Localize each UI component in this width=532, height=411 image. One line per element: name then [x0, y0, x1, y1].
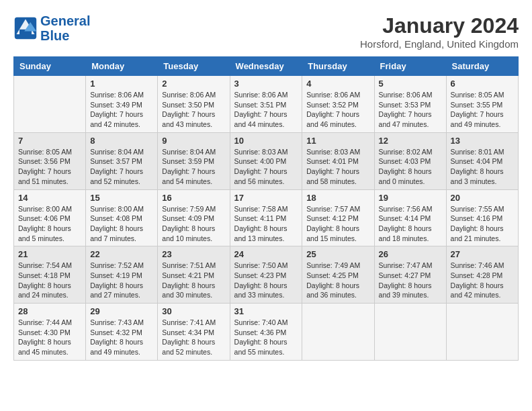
day-number: 17 [234, 193, 298, 203]
day-header-thursday: Thursday [302, 57, 374, 76]
calendar-subtitle: Horsford, England, United Kingdom [360, 38, 519, 50]
logo: General Blue [13, 13, 90, 43]
day-number: 29 [90, 306, 153, 316]
day-info: Sunrise: 7:59 AMSunset: 4:09 PMDaylight:… [162, 204, 225, 244]
day-info: Sunrise: 8:04 AMSunset: 3:57 PMDaylight:… [90, 147, 153, 187]
day-header-friday: Friday [374, 57, 446, 76]
page-header: General Blue January 2024 Horsford, Engl… [13, 13, 519, 50]
day-info: Sunrise: 7:49 AMSunset: 4:25 PMDaylight:… [306, 261, 369, 300]
day-number: 3 [234, 79, 298, 89]
day-number: 4 [306, 79, 369, 89]
day-info: Sunrise: 8:00 AMSunset: 4:08 PMDaylight:… [90, 204, 153, 244]
day-number: 1 [90, 79, 153, 89]
day-number: 16 [162, 193, 225, 203]
calendar-week-row: 1Sunrise: 8:06 AMSunset: 3:49 PMDaylight… [14, 76, 519, 133]
calendar-cell: 29Sunrise: 7:43 AMSunset: 4:32 PMDayligh… [86, 304, 158, 361]
day-number: 11 [306, 136, 369, 146]
day-number: 10 [234, 136, 298, 146]
day-number: 27 [451, 249, 514, 259]
day-info: Sunrise: 7:44 AMSunset: 4:30 PMDaylight:… [18, 318, 81, 357]
calendar-cell: 3Sunrise: 8:06 AMSunset: 3:51 PMDaylight… [230, 76, 302, 133]
calendar-cell: 15Sunrise: 8:00 AMSunset: 4:08 PMDayligh… [86, 189, 158, 246]
day-info: Sunrise: 7:50 AMSunset: 4:23 PMDaylight:… [234, 261, 298, 300]
calendar-cell [14, 76, 86, 133]
day-number: 9 [162, 136, 225, 146]
calendar-cell: 20Sunrise: 7:55 AMSunset: 4:16 PMDayligh… [446, 189, 518, 246]
day-info: Sunrise: 8:04 AMSunset: 3:59 PMDaylight:… [162, 147, 225, 187]
day-info: Sunrise: 7:54 AMSunset: 4:18 PMDaylight:… [18, 261, 81, 300]
calendar-table: SundayMondayTuesdayWednesdayThursdayFrid… [13, 56, 519, 361]
day-info: Sunrise: 7:46 AMSunset: 4:28 PMDaylight:… [451, 261, 514, 300]
calendar-cell: 28Sunrise: 7:44 AMSunset: 4:30 PMDayligh… [14, 304, 86, 361]
calendar-cell [302, 304, 374, 361]
day-number: 15 [90, 193, 153, 203]
day-info: Sunrise: 7:57 AMSunset: 4:12 PMDaylight:… [306, 204, 369, 244]
day-number: 5 [379, 79, 442, 89]
day-header-tuesday: Tuesday [158, 57, 230, 76]
day-number: 28 [18, 306, 81, 316]
day-number: 13 [451, 136, 514, 146]
calendar-cell: 1Sunrise: 8:06 AMSunset: 3:49 PMDaylight… [86, 76, 158, 133]
day-header-monday: Monday [86, 57, 158, 76]
calendar-title: January 2024 [360, 13, 519, 38]
calendar-cell: 18Sunrise: 7:57 AMSunset: 4:12 PMDayligh… [302, 189, 374, 246]
calendar-cell: 11Sunrise: 8:03 AMSunset: 4:01 PMDayligh… [302, 132, 374, 189]
logo-icon [13, 16, 38, 40]
calendar-week-row: 28Sunrise: 7:44 AMSunset: 4:30 PMDayligh… [14, 304, 519, 361]
day-info: Sunrise: 8:02 AMSunset: 4:03 PMDaylight:… [379, 147, 442, 187]
calendar-cell: 16Sunrise: 7:59 AMSunset: 4:09 PMDayligh… [158, 189, 230, 246]
day-number: 14 [18, 193, 81, 203]
calendar-cell: 17Sunrise: 7:58 AMSunset: 4:11 PMDayligh… [230, 189, 302, 246]
calendar-cell: 22Sunrise: 7:52 AMSunset: 4:19 PMDayligh… [86, 246, 158, 304]
day-header-saturday: Saturday [446, 57, 518, 76]
day-number: 31 [234, 306, 298, 316]
day-number: 22 [90, 249, 153, 259]
calendar-cell: 27Sunrise: 7:46 AMSunset: 4:28 PMDayligh… [446, 246, 518, 304]
day-info: Sunrise: 8:06 AMSunset: 3:52 PMDaylight:… [306, 90, 369, 130]
calendar-cell: 10Sunrise: 8:03 AMSunset: 4:00 PMDayligh… [230, 132, 302, 189]
day-number: 30 [162, 306, 225, 316]
day-info: Sunrise: 8:05 AMSunset: 3:55 PMDaylight:… [451, 90, 514, 130]
day-info: Sunrise: 7:52 AMSunset: 4:19 PMDaylight:… [90, 261, 153, 300]
calendar-cell: 12Sunrise: 8:02 AMSunset: 4:03 PMDayligh… [374, 132, 446, 189]
calendar-cell: 14Sunrise: 8:00 AMSunset: 4:06 PMDayligh… [14, 189, 86, 246]
calendar-cell: 30Sunrise: 7:41 AMSunset: 4:34 PMDayligh… [158, 304, 230, 361]
day-info: Sunrise: 8:01 AMSunset: 4:04 PMDaylight:… [451, 147, 514, 187]
logo-text: General Blue [40, 13, 90, 43]
calendar-week-row: 7Sunrise: 8:05 AMSunset: 3:56 PMDaylight… [14, 132, 519, 189]
day-info: Sunrise: 7:58 AMSunset: 4:11 PMDaylight:… [234, 204, 298, 244]
day-info: Sunrise: 7:43 AMSunset: 4:32 PMDaylight:… [90, 318, 153, 357]
day-info: Sunrise: 8:03 AMSunset: 4:01 PMDaylight:… [306, 147, 369, 187]
day-info: Sunrise: 8:06 AMSunset: 3:50 PMDaylight:… [162, 90, 225, 130]
calendar-cell [374, 304, 446, 361]
day-info: Sunrise: 7:40 AMSunset: 4:36 PMDaylight:… [234, 318, 298, 357]
calendar-cell: 24Sunrise: 7:50 AMSunset: 4:23 PMDayligh… [230, 246, 302, 304]
day-info: Sunrise: 7:51 AMSunset: 4:21 PMDaylight:… [162, 261, 225, 300]
calendar-cell: 9Sunrise: 8:04 AMSunset: 3:59 PMDaylight… [158, 132, 230, 189]
day-number: 8 [90, 136, 153, 146]
calendar-header-row: SundayMondayTuesdayWednesdayThursdayFrid… [14, 57, 519, 76]
day-info: Sunrise: 7:55 AMSunset: 4:16 PMDaylight:… [451, 204, 514, 244]
day-number: 7 [18, 136, 81, 146]
calendar-cell: 25Sunrise: 7:49 AMSunset: 4:25 PMDayligh… [302, 246, 374, 304]
day-number: 23 [162, 249, 225, 259]
day-number: 21 [18, 249, 81, 259]
day-number: 25 [306, 249, 369, 259]
calendar-cell: 8Sunrise: 8:04 AMSunset: 3:57 PMDaylight… [86, 132, 158, 189]
day-number: 26 [379, 249, 442, 259]
calendar-week-row: 21Sunrise: 7:54 AMSunset: 4:18 PMDayligh… [14, 246, 519, 304]
calendar-cell: 31Sunrise: 7:40 AMSunset: 4:36 PMDayligh… [230, 304, 302, 361]
calendar-week-row: 14Sunrise: 8:00 AMSunset: 4:06 PMDayligh… [14, 189, 519, 246]
day-number: 6 [451, 79, 514, 89]
day-info: Sunrise: 8:00 AMSunset: 4:06 PMDaylight:… [18, 204, 81, 244]
day-info: Sunrise: 7:47 AMSunset: 4:27 PMDaylight:… [379, 261, 442, 300]
day-header-wednesday: Wednesday [230, 57, 302, 76]
calendar-cell [446, 304, 518, 361]
day-info: Sunrise: 8:05 AMSunset: 3:56 PMDaylight:… [18, 147, 81, 187]
title-block: January 2024 Horsford, England, United K… [360, 13, 519, 50]
day-info: Sunrise: 7:41 AMSunset: 4:34 PMDaylight:… [162, 318, 225, 357]
calendar-cell: 26Sunrise: 7:47 AMSunset: 4:27 PMDayligh… [374, 246, 446, 304]
calendar-cell: 5Sunrise: 8:06 AMSunset: 3:53 PMDaylight… [374, 76, 446, 133]
day-number: 12 [379, 136, 442, 146]
day-info: Sunrise: 7:56 AMSunset: 4:14 PMDaylight:… [379, 204, 442, 244]
